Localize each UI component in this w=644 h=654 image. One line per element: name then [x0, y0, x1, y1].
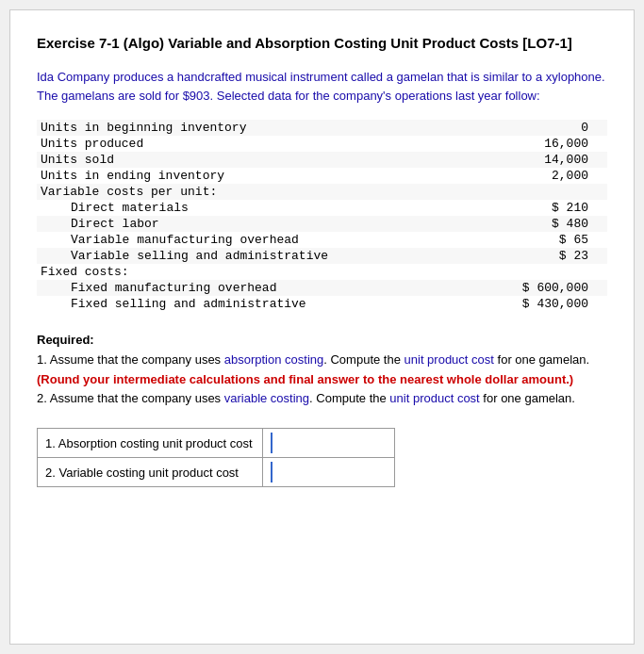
data-row-label: Units in ending inventory [37, 168, 437, 184]
data-table: Units in beginning inventory0Units produ… [37, 120, 607, 312]
data-row-value: $ 65 [437, 232, 608, 248]
answer-input-cell[interactable] [263, 458, 395, 487]
page-title: Exercise 7-1 (Algo) Variable and Absorpt… [37, 33, 607, 53]
intro-paragraph: Ida Company produces a handcrafted music… [37, 68, 607, 105]
data-row-label: Direct materials [37, 200, 437, 216]
required-section: Required: 1. Assume that the company use… [37, 331, 607, 409]
answer-row-label: 2. Variable costing unit product cost [38, 458, 263, 487]
item1-text: 1. Assume that the company uses absorpti… [37, 352, 589, 386]
data-row-label: Fixed manufacturing overhead [37, 280, 437, 296]
data-row-label: Variable manufacturing overhead [37, 232, 437, 248]
answer-input-cell[interactable] [263, 429, 395, 458]
data-row-value: 2,000 [437, 168, 608, 184]
data-row-label: Units in beginning inventory [37, 120, 437, 136]
answer-table: 1. Absorption costing unit product cost2… [37, 428, 395, 487]
data-row-value: $ 600,000 [437, 280, 608, 296]
data-row-value [437, 264, 608, 280]
answer-row-label: 1. Absorption costing unit product cost [38, 429, 263, 458]
data-row-label: Direct labor [37, 216, 437, 232]
data-row-label: Variable selling and administrative [37, 248, 437, 264]
data-row-value: $ 430,000 [437, 296, 608, 312]
data-row-label: Units produced [37, 136, 437, 152]
data-row-value: 14,000 [437, 152, 608, 168]
item2-text: 2. Assume that the company uses variable… [37, 391, 575, 405]
data-row-label: Variable costs per unit: [37, 184, 437, 200]
data-row-label: Units sold [37, 152, 437, 168]
data-row-value: $ 480 [437, 216, 608, 232]
data-row-value: 0 [437, 120, 608, 136]
data-row-label: Fixed selling and administrative [37, 296, 437, 312]
data-row-label: Fixed costs: [37, 264, 437, 280]
data-row-value: $ 210 [437, 200, 608, 216]
page-container: Exercise 7-1 (Algo) Variable and Absorpt… [9, 9, 635, 645]
data-row-value: 16,000 [437, 136, 608, 152]
required-label: Required: [37, 333, 94, 347]
data-row-value: $ 23 [437, 248, 608, 264]
answer-input-field[interactable] [271, 433, 387, 453]
answer-input-field[interactable] [271, 462, 387, 482]
data-row-value [437, 184, 608, 200]
